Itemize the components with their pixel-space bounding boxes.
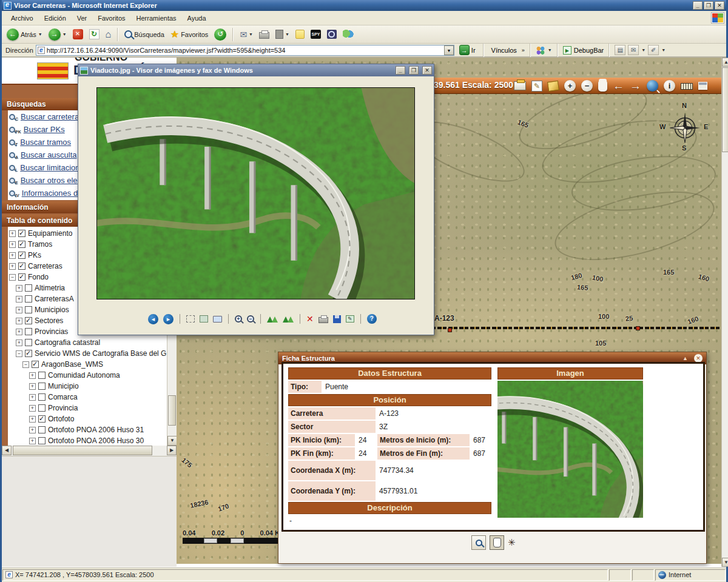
- search-button[interactable]: Búsqueda: [122, 29, 167, 39]
- expander-icon[interactable]: +: [16, 307, 22, 313]
- zoom-out-icon[interactable]: −: [581, 80, 593, 92]
- home-button[interactable]: ⌂: [103, 28, 114, 41]
- separator[interactable]: [180, 314, 180, 324]
- layer-checkbox[interactable]: [18, 230, 25, 237]
- layer-checkbox[interactable]: [18, 241, 25, 248]
- layer-checkbox[interactable]: [25, 339, 32, 346]
- stop-button[interactable]: ✕: [70, 28, 86, 41]
- viewer-title-bar[interactable]: Viaducto.jpg - Visor de imágenes y fax d…: [78, 64, 434, 76]
- ficha-pan-button[interactable]: [490, 535, 504, 550]
- ficha-zoom-in-button[interactable]: [471, 535, 486, 550]
- pk-marker[interactable]: [636, 326, 640, 330]
- tree-item[interactable]: + Ortofoto: [29, 413, 177, 424]
- pan-icon[interactable]: [598, 81, 607, 92]
- previous-image-icon[interactable]: ◀: [148, 314, 158, 324]
- expander-icon[interactable]: +: [29, 372, 36, 379]
- menu-item[interactable]: Archivo: [5, 13, 39, 24]
- delete-icon[interactable]: ✕: [306, 315, 314, 323]
- info-icon[interactable]: i: [664, 80, 675, 92]
- minimize-button[interactable]: _: [693, 1, 703, 10]
- separator[interactable]: [360, 314, 361, 324]
- layer-checkbox[interactable]: [18, 273, 25, 281]
- scroll-down-icon[interactable]: ▼: [722, 558, 728, 567]
- expander-icon[interactable]: +: [9, 241, 16, 248]
- notes-button[interactable]: [293, 28, 307, 40]
- expander-icon[interactable]: +: [9, 230, 16, 237]
- tree-item[interactable]: + Municipio: [29, 381, 177, 392]
- layer-checkbox[interactable]: [38, 372, 46, 379]
- separator[interactable]: [260, 314, 261, 324]
- expander-icon[interactable]: +: [16, 285, 22, 292]
- expander-icon[interactable]: +: [29, 405, 36, 412]
- viewer-close-button[interactable]: ✕: [422, 66, 432, 75]
- ficha-close-icon[interactable]: ✕: [694, 354, 703, 363]
- slideshow-icon[interactable]: [213, 316, 222, 323]
- actual-size-icon[interactable]: [200, 315, 208, 323]
- pen-tool-button[interactable]: ✐: [648, 45, 659, 55]
- layer-checkbox[interactable]: [25, 350, 32, 357]
- expander-icon[interactable]: +: [29, 427, 36, 433]
- expander-icon[interactable]: +: [9, 263, 16, 270]
- previous-extent-icon[interactable]: ←: [613, 80, 624, 92]
- menu-item[interactable]: Ayuda: [182, 13, 212, 24]
- edit-button[interactable]: ▼: [273, 28, 292, 40]
- page-vertical-scrollbar[interactable]: ▲ ▼: [721, 58, 728, 567]
- layer-checkbox[interactable]: [25, 328, 32, 335]
- scroll-down-icon[interactable]: ▼: [167, 436, 177, 446]
- next-image-icon[interactable]: ▶: [163, 314, 174, 324]
- scroll-left-icon[interactable]: ◀: [2, 446, 12, 455]
- print-map-icon[interactable]: [514, 81, 526, 90]
- expander-icon[interactable]: −: [22, 361, 29, 368]
- print-icon[interactable]: [318, 317, 328, 323]
- tree-item[interactable]: − Servicio WMS de Cartografia Base del G: [16, 348, 177, 359]
- measure-area-icon[interactable]: [547, 80, 559, 91]
- menu-item[interactable]: Favoritos: [92, 13, 130, 24]
- layer-checkbox[interactable]: [38, 415, 46, 423]
- save-icon[interactable]: [333, 315, 341, 323]
- draw-icon[interactable]: ✎: [531, 81, 542, 92]
- scroll-up-icon[interactable]: ▲: [722, 58, 728, 67]
- mail-button[interactable]: ✉▼: [237, 28, 255, 41]
- forward-button[interactable]: →▼: [46, 27, 69, 42]
- zoom-out-icon[interactable]: −: [247, 315, 254, 323]
- expander-icon[interactable]: +: [16, 296, 22, 303]
- rotate-left-icon[interactable]: [267, 315, 278, 323]
- best-fit-icon[interactable]: [186, 315, 195, 323]
- layer-checkbox[interactable]: [38, 437, 46, 444]
- viewer-restore-button[interactable]: ❐: [409, 66, 419, 75]
- zoom-in-icon[interactable]: +: [235, 315, 242, 323]
- refresh-button[interactable]: ↻: [87, 28, 102, 41]
- tree-horizontal-scrollbar[interactable]: ◀ ▶: [2, 446, 177, 456]
- layer-checkbox[interactable]: [38, 404, 46, 412]
- spy-button[interactable]: SPY: [308, 28, 323, 40]
- address-dropdown[interactable]: ▼: [444, 45, 454, 55]
- next-extent-icon[interactable]: →: [630, 80, 641, 92]
- tree-item[interactable]: + Comunidad Autonoma: [29, 370, 177, 381]
- menu-item[interactable]: Edición: [39, 13, 72, 24]
- structure-marker[interactable]: [448, 328, 452, 332]
- dots-icon[interactable]: [536, 46, 545, 55]
- menu-item[interactable]: Ver: [72, 13, 93, 24]
- ficha-minimize-icon[interactable]: ▲: [682, 355, 688, 361]
- popup-window-icon[interactable]: [698, 82, 707, 90]
- help-icon[interactable]: ?: [367, 314, 377, 324]
- full-extent-icon[interactable]: [647, 80, 658, 92]
- layer-checkbox[interactable]: [32, 361, 39, 368]
- expander-icon[interactable]: +: [29, 383, 36, 390]
- address-input[interactable]: [47, 47, 444, 54]
- viewer-minimize-button[interactable]: _: [396, 66, 405, 75]
- layer-checkbox[interactable]: [25, 295, 32, 303]
- ficha-refresh-icon[interactable]: ✳: [508, 537, 516, 548]
- zoom-in-icon[interactable]: +: [564, 80, 576, 92]
- tree-item[interactable]: + Provincia: [29, 403, 177, 413]
- separator[interactable]: [300, 314, 300, 324]
- layer-checkbox[interactable]: [38, 383, 46, 390]
- tree-item[interactable]: + Ortofoto PNOA 2006 Huso 31: [29, 424, 177, 435]
- expander-icon[interactable]: −: [9, 274, 16, 281]
- tree-item[interactable]: + Cartografia catastral: [16, 337, 177, 348]
- expander-icon[interactable]: +: [29, 438, 36, 444]
- expander-icon[interactable]: −: [16, 350, 22, 357]
- layer-checkbox[interactable]: [38, 393, 46, 401]
- expander-icon[interactable]: +: [9, 252, 16, 259]
- history-button[interactable]: ↺: [212, 27, 229, 42]
